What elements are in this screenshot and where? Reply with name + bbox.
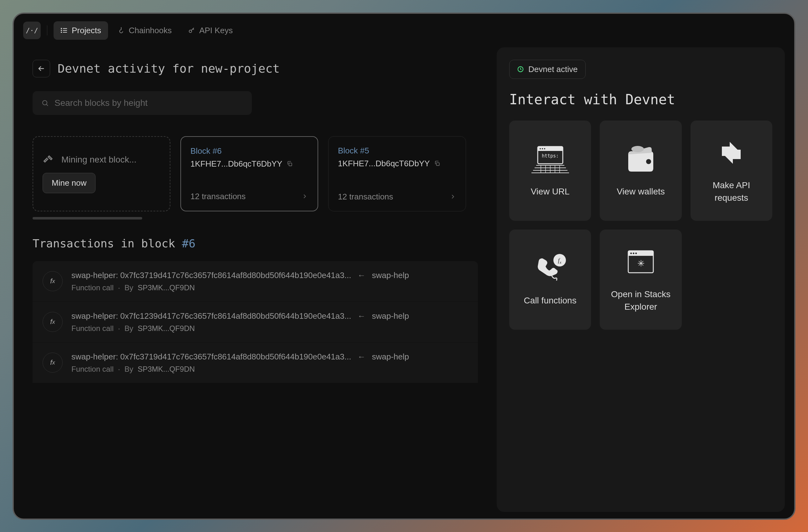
phone-fx-icon: fx (530, 252, 571, 284)
search-input[interactable] (55, 98, 243, 108)
svg-text:https:: https: (542, 153, 559, 159)
sidebar-title: Interact with Devnet (509, 91, 772, 107)
transaction-row[interactable]: fx swap-helper: 0x7fc3719d417c76c3657fc8… (33, 261, 478, 302)
transactions-list: fx swap-helper: 0x7fc3719d417c76c3657fc8… (33, 261, 478, 383)
tx-related: swap-help (372, 311, 409, 321)
back-button[interactable] (33, 60, 50, 77)
nav-apikeys[interactable]: API Keys (181, 21, 240, 40)
svg-rect-12 (538, 147, 563, 151)
transactions-heading-num: #6 (182, 237, 196, 250)
page-header: Devnet activity for new-project (33, 60, 478, 77)
status-clock-icon (517, 66, 524, 73)
tx-type: Function call (71, 365, 114, 373)
transaction-row[interactable]: fx swap-helper: 0x7fc1239d417c76c3657fc8… (33, 302, 478, 343)
transactions-heading-prefix: Transactions in block (33, 237, 182, 250)
tile-label: Make API requests (697, 179, 766, 203)
svg-point-23 (630, 253, 632, 254)
explorer-window-icon: ✳ (620, 246, 661, 277)
sidebar-tiles: https: View URL View wallets Make API re… (509, 121, 772, 330)
function-icon: fx (42, 353, 62, 373)
wallet-icon (620, 143, 661, 175)
nav-chainhooks[interactable]: Chainhooks (111, 21, 179, 40)
svg-point-18 (631, 146, 644, 152)
block-tx-count: 12 transactions (190, 191, 245, 201)
chevron-right-icon[interactable] (449, 193, 456, 200)
block-footer: 12 transactions (190, 191, 308, 201)
tx-by-address[interactable]: SP3MK...QF9DN (137, 365, 195, 373)
tx-hash: swap-helper: 0x7fc1239d417c76c3657fc8614… (71, 311, 351, 321)
block-hash-text: 1KFHE7...Db6qcT6DbYY (190, 159, 282, 169)
transactions-heading: Transactions in block #6 (33, 237, 478, 250)
tx-hash: swap-helper: 0x7fc3719d417c76c3657fc8614… (71, 271, 351, 280)
tx-by-label: By (124, 324, 133, 333)
devnet-status-text: Devnet active (528, 65, 578, 74)
svg-point-7 (42, 100, 47, 105)
tile-label: Call functions (524, 294, 576, 307)
function-icon: fx (42, 271, 62, 291)
arrow-left-icon: ← (357, 352, 366, 362)
hammer-icon (42, 154, 54, 165)
copy-icon[interactable] (434, 160, 440, 167)
blocks-row: Mining next block... Mine now Block #6 1… (33, 136, 478, 212)
svg-point-25 (635, 253, 637, 254)
tx-related: swap-help (372, 352, 409, 362)
browser-icon: https: (530, 143, 571, 175)
app-logo[interactable]: /·/ (23, 22, 41, 39)
svg-point-13 (539, 148, 541, 149)
tile-open-explorer[interactable]: ✳ Open in Stacks Explorer (600, 230, 681, 330)
block-card-6[interactable]: Block #6 1KFHE7...Db6qcT6DbYY 12 transac… (180, 136, 318, 212)
search-box[interactable] (33, 91, 252, 115)
svg-point-15 (544, 148, 545, 149)
nav-projects-label: Projects (72, 26, 101, 35)
svg-point-4 (61, 30, 62, 31)
chevron-right-icon[interactable] (301, 193, 308, 200)
svg-rect-8 (289, 163, 292, 166)
tile-label: Open in Stacks Explorer (606, 288, 675, 312)
nav-chainhooks-label: Chainhooks (129, 26, 172, 35)
app-window: /·/ Projects Chainhooks API Keys (13, 13, 795, 520)
list-icon (60, 26, 68, 34)
block-hash-text: 1KFHE7...Db6qcT6DbYY (338, 159, 430, 168)
tx-meta: Function call · By SP3MK...QF9DN (71, 283, 468, 292)
transaction-row[interactable]: fx swap-helper: 0x7fc3719d417c76c3657fc8… (33, 343, 478, 383)
nav-projects[interactable]: Projects (54, 21, 108, 40)
mining-status-row: Mining next block... (42, 154, 160, 165)
tile-make-api[interactable]: Make API requests (691, 121, 772, 221)
tx-summary: swap-helper: 0x7fc3719d417c76c3657fc8614… (71, 352, 468, 362)
topbar: /·/ Projects Chainhooks API Keys (14, 14, 794, 47)
function-icon: fx (42, 312, 62, 332)
sidebar: Devnet active Interact with Devnet https… (497, 47, 785, 512)
tile-view-url[interactable]: https: View URL (509, 121, 591, 221)
arrow-left-icon: ← (357, 311, 366, 321)
svg-point-14 (542, 148, 543, 149)
tx-meta: Function call · By SP3MK...QF9DN (71, 365, 468, 373)
main: Devnet activity for new-project Mining n… (14, 47, 794, 519)
svg-text:✳: ✳ (637, 259, 644, 268)
svg-rect-9 (437, 163, 439, 166)
tx-summary: swap-helper: 0x7fc1239d417c76c3657fc8614… (71, 311, 468, 321)
block-footer: 12 transactions (338, 192, 456, 202)
api-swap-icon (711, 137, 752, 168)
tx-by-address[interactable]: SP3MK...QF9DN (137, 283, 195, 292)
arrow-left-icon: ← (357, 271, 366, 280)
tx-by-label: By (124, 365, 133, 373)
tx-hash: swap-helper: 0x7fc3719d417c76c3657fc8614… (71, 352, 351, 362)
block-tx-count: 12 transactions (338, 192, 393, 202)
mine-button[interactable]: Mine now (42, 173, 95, 193)
tx-by-address[interactable]: SP3MK...QF9DN (137, 324, 195, 333)
tx-type: Function call (71, 283, 114, 292)
tx-related: swap-help (372, 271, 409, 280)
tile-view-wallets[interactable]: View wallets (600, 121, 681, 221)
search-icon (41, 99, 49, 107)
copy-icon[interactable] (287, 161, 293, 167)
top-nav: Projects Chainhooks API Keys (54, 21, 240, 40)
block-card-5[interactable]: Block #5 1KFHE7...Db6qcT6DbYY 12 transac… (328, 136, 466, 212)
mining-card: Mining next block... Mine now (33, 136, 170, 212)
tx-type: Function call (71, 324, 114, 333)
devnet-status-pill[interactable]: Devnet active (509, 60, 586, 79)
block-title: Block #6 (190, 146, 308, 156)
svg-point-24 (632, 253, 634, 254)
tile-call-functions[interactable]: fx Call functions (509, 230, 591, 330)
tile-label: View wallets (617, 185, 665, 198)
blocks-scrollbar[interactable] (33, 217, 142, 220)
